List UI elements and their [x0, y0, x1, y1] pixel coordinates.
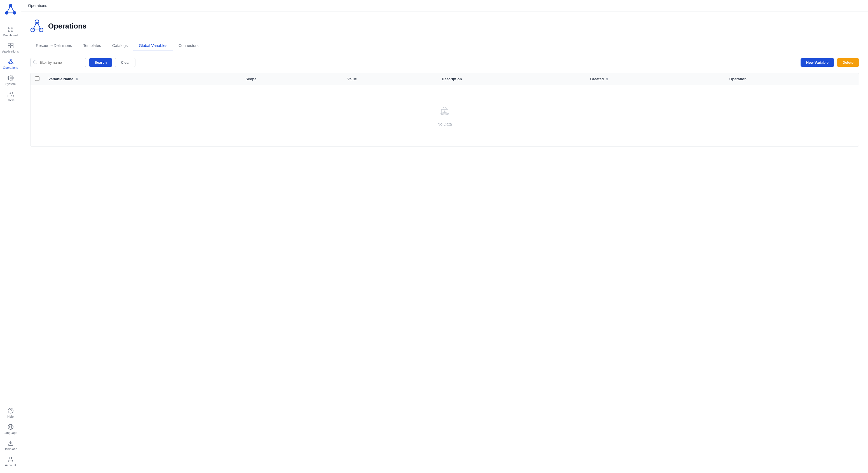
search-input[interactable] [30, 58, 86, 67]
tab-connectors[interactable]: Connectors [173, 40, 204, 51]
variables-table: Variable Name ⇅ Scope Value Description [31, 73, 859, 146]
svg-line-31 [33, 22, 37, 30]
svg-point-22 [8, 408, 13, 413]
sidebar-item-system[interactable]: System [0, 72, 21, 88]
svg-rect-8 [8, 30, 10, 32]
svg-rect-9 [11, 30, 12, 32]
sidebar-item-language[interactable]: Language [0, 421, 21, 437]
sidebar-item-applications[interactable]: Applications [0, 40, 21, 56]
no-data-icon [439, 105, 450, 119]
svg-line-3 [7, 6, 11, 13]
page-title: Operations [48, 22, 87, 31]
svg-rect-7 [11, 27, 12, 29]
help-icon [7, 408, 14, 414]
svg-rect-11 [11, 43, 13, 45]
sidebar-item-download-label: Download [4, 447, 17, 451]
svg-line-4 [11, 6, 14, 13]
sidebar-item-operations[interactable]: Operations [0, 56, 21, 72]
tab-global-variables[interactable]: Global Variables [133, 40, 173, 51]
clear-button[interactable]: Clear [115, 58, 135, 67]
breadcrumb: Operations [28, 3, 47, 8]
svg-line-17 [9, 60, 10, 63]
table-header-checkbox [31, 73, 44, 85]
svg-point-34 [34, 60, 36, 63]
download-icon [7, 440, 14, 446]
operations-page-icon [30, 19, 44, 33]
select-all-checkbox[interactable] [35, 76, 39, 81]
table-header-description: Description [437, 73, 586, 85]
sidebar-item-language-label: Language [4, 431, 17, 434]
sidebar-item-operations-label: Operations [3, 66, 18, 69]
search-wrapper [30, 58, 86, 67]
sidebar-item-applications-label: Applications [2, 50, 19, 53]
sidebar-item-dashboard-label: Dashboard [3, 34, 18, 37]
svg-rect-13 [11, 46, 13, 48]
no-data-text: No Data [437, 122, 452, 126]
logo[interactable] [4, 3, 17, 21]
table-header-variable-name[interactable]: Variable Name ⇅ [44, 73, 241, 85]
table-header-operation: Operation [725, 73, 859, 85]
sidebar: Dashboard Applications Operations System [0, 0, 21, 473]
svg-point-38 [444, 111, 445, 112]
empty-state-cell: No Data [31, 85, 859, 147]
topbar: Operations [21, 0, 868, 11]
sidebar-item-help[interactable]: Help [0, 405, 21, 421]
tab-catalogs[interactable]: Catalogs [106, 40, 133, 51]
table-header-scope: Scope [241, 73, 343, 85]
delete-button[interactable]: Delete [837, 58, 859, 67]
sidebar-item-account[interactable]: Account [0, 453, 21, 470]
empty-state-row: No Data [31, 85, 859, 147]
operations-icon [7, 59, 14, 65]
svg-rect-10 [8, 43, 10, 45]
main-content: Operations Operations Resource Definitio… [21, 0, 868, 473]
svg-rect-12 [8, 46, 10, 48]
toolbar: Search Clear New Variable Delete [30, 58, 859, 67]
sidebar-item-users-label: Users [6, 98, 14, 102]
svg-line-32 [37, 22, 41, 30]
sidebar-item-account-label: Account [5, 464, 16, 467]
svg-point-21 [9, 92, 11, 94]
users-icon [7, 91, 14, 97]
tabs-bar: Resource Definitions Templates Catalogs … [30, 40, 859, 51]
svg-rect-6 [8, 27, 10, 29]
search-button[interactable]: Search [89, 58, 112, 67]
language-icon [7, 424, 14, 430]
sidebar-item-help-label: Help [7, 415, 14, 418]
table-header-created[interactable]: Created ⇅ [586, 73, 725, 85]
applications-icon [7, 42, 14, 48]
table-header-row: Variable Name ⇅ Scope Value Description [31, 73, 859, 85]
table-body: No Data [31, 85, 859, 147]
page-header: Operations [30, 19, 859, 33]
account-icon [7, 456, 14, 462]
no-data-container: No Data [35, 89, 854, 143]
svg-point-27 [9, 457, 11, 459]
sort-icon-created: ⇅ [606, 77, 608, 81]
svg-line-35 [36, 63, 37, 63]
sidebar-item-system-label: System [5, 82, 16, 86]
sidebar-item-download[interactable]: Download [0, 437, 21, 453]
variables-table-container: Variable Name ⇅ Scope Value Description [30, 73, 859, 147]
content-area: Operations Resource Definitions Template… [21, 11, 868, 473]
sidebar-item-users[interactable]: Users [0, 88, 21, 105]
svg-point-20 [10, 77, 11, 79]
search-icon [33, 60, 37, 65]
new-variable-button[interactable]: New Variable [801, 58, 834, 67]
sort-icon-variable-name: ⇅ [75, 77, 78, 81]
system-icon [7, 75, 14, 81]
svg-line-18 [11, 60, 12, 63]
table-header-value: Value [343, 73, 437, 85]
tab-templates[interactable]: Templates [78, 40, 106, 51]
dashboard-icon [7, 26, 14, 32]
sidebar-item-dashboard[interactable]: Dashboard [0, 24, 21, 40]
tab-resource-definitions[interactable]: Resource Definitions [30, 40, 78, 51]
